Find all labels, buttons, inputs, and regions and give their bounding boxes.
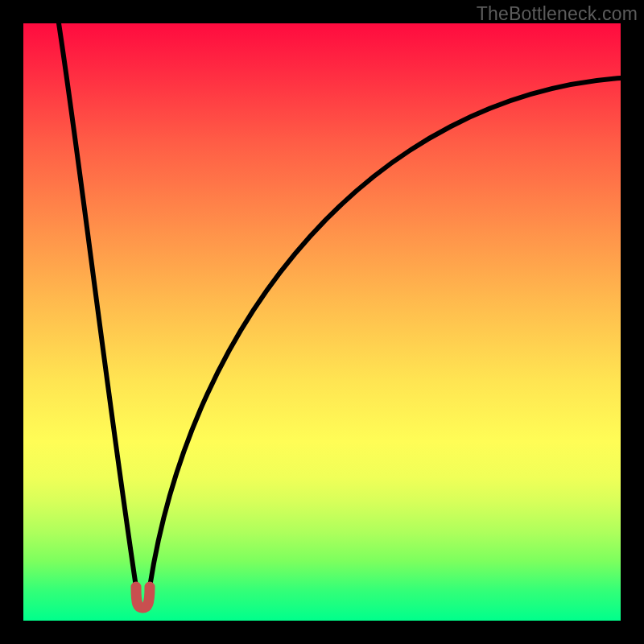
- watermark-text: TheBottleneck.com: [477, 3, 638, 25]
- valley-marker: [136, 587, 150, 608]
- curve-right-branch: [150, 78, 621, 587]
- chart-svg: [23, 23, 621, 621]
- chart-plot-area: [23, 23, 621, 621]
- curve-left-branch: [59, 23, 136, 587]
